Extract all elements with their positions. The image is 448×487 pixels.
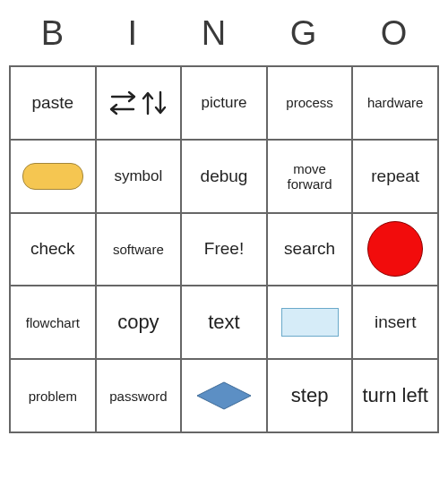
bingo-cell[interactable]: flowchart bbox=[10, 286, 96, 359]
bingo-cell[interactable] bbox=[267, 286, 353, 359]
cell-label: hardware bbox=[367, 95, 424, 110]
bingo-cell[interactable]: Free! bbox=[181, 213, 267, 286]
bingo-cell[interactable]: check bbox=[10, 213, 96, 286]
bingo-cell[interactable] bbox=[352, 213, 438, 286]
bingo-cell[interactable]: insert bbox=[352, 286, 438, 359]
cell-label: check bbox=[30, 239, 75, 259]
rectangle-shape-icon bbox=[281, 308, 339, 337]
bingo-cell[interactable] bbox=[181, 359, 267, 432]
bingo-cell[interactable]: copy bbox=[96, 286, 182, 359]
circle-shape-icon bbox=[367, 221, 423, 277]
cell-label: Free! bbox=[204, 239, 244, 259]
bingo-cell[interactable]: move forward bbox=[267, 140, 353, 213]
bingo-cell[interactable] bbox=[10, 140, 96, 213]
cell-label: search bbox=[284, 239, 335, 259]
cell-label: flowchart bbox=[26, 315, 80, 330]
bingo-cell[interactable]: process bbox=[267, 66, 353, 140]
bingo-cell[interactable]: paste bbox=[10, 66, 96, 140]
header-letter: G bbox=[290, 14, 317, 53]
cell-label: move forward bbox=[270, 161, 350, 192]
cell-label: software bbox=[113, 242, 164, 257]
bingo-grid: pastepictureprocesshardwaresymboldebugmo… bbox=[9, 65, 439, 433]
bingo-cell[interactable] bbox=[96, 66, 182, 140]
cell-label: repeat bbox=[371, 167, 419, 186]
cell-label: password bbox=[109, 389, 167, 404]
bingo-cell[interactable]: problem bbox=[10, 359, 96, 432]
cell-label: insert bbox=[375, 312, 416, 332]
cell-label: picture bbox=[201, 94, 246, 112]
bingo-cell[interactable]: symbol bbox=[96, 140, 182, 213]
svg-marker-4 bbox=[197, 382, 251, 409]
cell-label: paste bbox=[32, 93, 73, 113]
bingo-cell[interactable]: turn left bbox=[352, 359, 438, 432]
header-letter: B bbox=[41, 14, 64, 53]
bingo-card: B I N G O pastepictureprocesshardwaresym… bbox=[0, 0, 448, 487]
bingo-cell[interactable]: text bbox=[181, 286, 267, 359]
cell-label: debug bbox=[201, 167, 248, 186]
cell-label: symbol bbox=[114, 167, 162, 185]
bingo-cell[interactable]: repeat bbox=[352, 140, 438, 213]
cell-label: turn left bbox=[363, 384, 428, 407]
diamond-shape-icon bbox=[194, 380, 254, 411]
swap-arrows-icon bbox=[107, 87, 169, 119]
header-letter: I bbox=[128, 14, 138, 53]
bingo-cell[interactable]: password bbox=[96, 359, 182, 432]
oval-shape-icon bbox=[22, 163, 83, 190]
cell-label: copy bbox=[117, 311, 159, 334]
bingo-cell[interactable]: search bbox=[267, 213, 353, 286]
bingo-cell[interactable]: step bbox=[267, 359, 353, 432]
bingo-cell[interactable]: picture bbox=[181, 66, 267, 140]
bingo-cell[interactable]: software bbox=[96, 213, 182, 286]
header-letter: N bbox=[202, 14, 226, 53]
cell-label: process bbox=[286, 95, 333, 110]
cell-label: text bbox=[208, 311, 239, 334]
cell-label: problem bbox=[29, 389, 77, 404]
cell-label: step bbox=[291, 384, 329, 407]
bingo-header: B I N G O bbox=[9, 9, 439, 65]
header-letter: O bbox=[381, 14, 408, 53]
bingo-cell[interactable]: debug bbox=[181, 140, 267, 213]
bingo-cell[interactable]: hardware bbox=[352, 66, 438, 140]
